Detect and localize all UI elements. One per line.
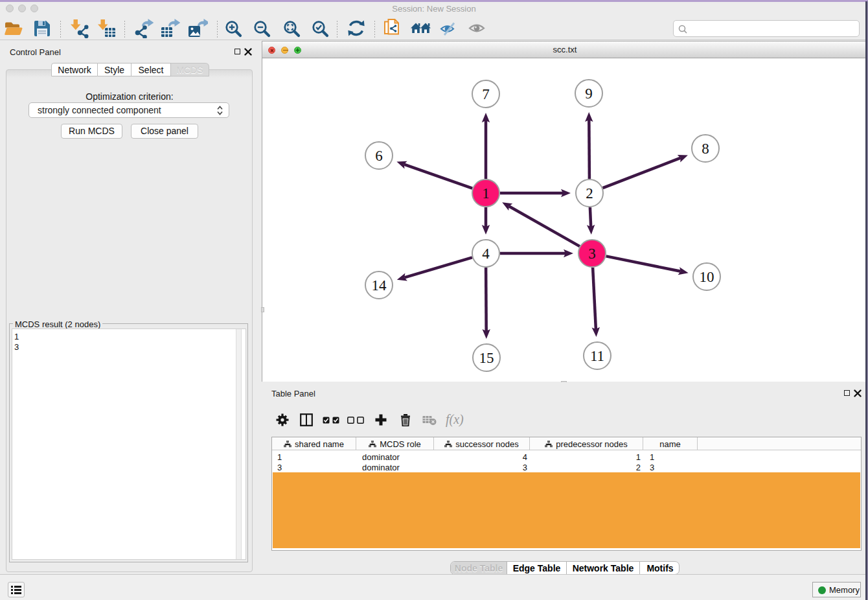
svg-text:14: 14 bbox=[372, 277, 387, 294]
svg-text:9: 9 bbox=[585, 86, 593, 102]
svg-text:15: 15 bbox=[479, 350, 494, 366]
svg-text:3: 3 bbox=[588, 246, 596, 262]
svg-text:7: 7 bbox=[482, 86, 490, 102]
svg-text:6: 6 bbox=[375, 148, 383, 164]
svg-text:4: 4 bbox=[482, 246, 490, 262]
svg-text:8: 8 bbox=[702, 141, 709, 157]
svg-text:1: 1 bbox=[482, 185, 490, 202]
svg-text:2: 2 bbox=[586, 185, 593, 202]
svg-text:10: 10 bbox=[700, 269, 714, 285]
svg-text:11: 11 bbox=[590, 348, 604, 364]
